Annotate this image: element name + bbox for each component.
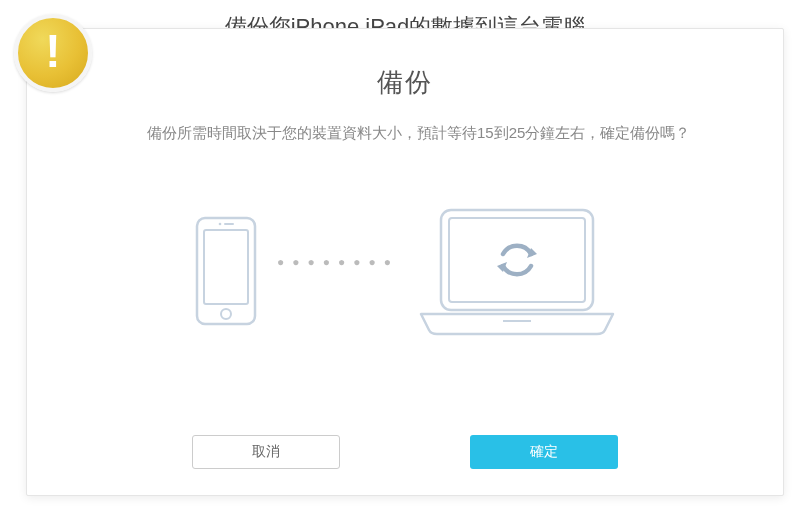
confirm-button[interactable]: 確定 [470, 435, 618, 469]
cancel-button[interactable]: 取消 [192, 435, 340, 469]
dialog-title: 備份 [97, 65, 713, 100]
button-row: 取消 確定 [27, 435, 783, 469]
backup-dialog: 備份 備份所需時間取決于您的裝置資料大小，預計等待15到25分鐘左右，確定備份嗎… [26, 28, 784, 496]
svg-rect-4 [224, 223, 234, 225]
svg-point-2 [221, 309, 231, 319]
illustration: ●●●●●●●● [97, 206, 713, 336]
warning-icon: ! [14, 14, 92, 92]
exclamation-icon: ! [45, 28, 60, 74]
svg-rect-1 [204, 230, 248, 304]
warning-badge: ! [14, 14, 92, 92]
dialog-message: 備份所需時間取決于您的裝置資料大小，預計等待15到25分鐘左右，確定備份嗎？ [147, 120, 693, 146]
svg-point-3 [219, 222, 222, 225]
sync-icon [497, 245, 537, 274]
connection-dots-icon: ●●●●●●●● [277, 255, 399, 269]
phone-icon [195, 216, 257, 326]
svg-rect-5 [441, 210, 593, 310]
laptop-icon [419, 206, 615, 336]
svg-rect-6 [449, 218, 585, 302]
